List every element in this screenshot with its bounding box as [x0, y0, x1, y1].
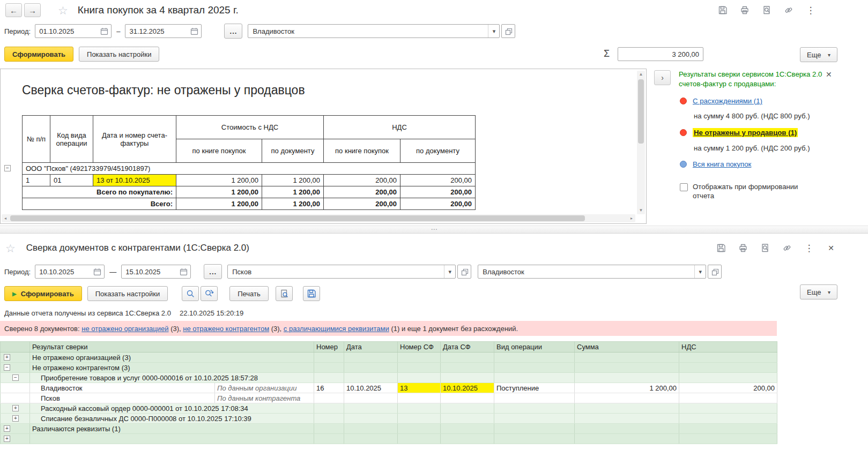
chevron-down-icon[interactable]: ▾	[694, 265, 706, 278]
different-requisites-link[interactable]: с различающимися реквизитами	[284, 325, 389, 333]
scroll-right-icon[interactable]: ▸	[628, 214, 635, 222]
vertical-scrollbar[interactable]: ▲ ▼	[637, 71, 645, 214]
expand-icon[interactable]: +	[12, 415, 19, 422]
table-header-row: Результат сверки Номер Дата Номер СФ Дат…	[1, 342, 777, 352]
save-icon[interactable]	[717, 4, 729, 17]
collapse-icon[interactable]: −	[12, 374, 19, 381]
not-reflected-link[interactable]: Не отражены у продавцов (1)	[693, 128, 798, 137]
col-num: № п/п	[23, 116, 50, 163]
bottom-toolbar-icons: ⋮ ✕	[715, 238, 837, 258]
open-item-icon[interactable]	[457, 265, 471, 279]
table-row[interactable]: 1 01 13 от 10.10.2025 1 200,00 1 200,00 …	[23, 175, 476, 186]
verify-item-whole-book: Вся книга покупок	[680, 160, 833, 168]
link-icon[interactable]	[783, 4, 795, 17]
open-item-icon[interactable]	[501, 24, 515, 38]
whole-book-link[interactable]: Вся книга покупок	[693, 160, 751, 168]
horizontal-scrollbar[interactable]: ◂ ▸	[2, 214, 635, 222]
group-row-not-reflected-org[interactable]: + Не отражено организацией (3)	[1, 352, 777, 363]
save-icon[interactable]	[715, 242, 727, 254]
col-operation: Вид операции	[494, 342, 575, 352]
period-options-button[interactable]: ...	[204, 264, 222, 279]
organization-combo[interactable]: Владивосток ▾	[248, 24, 500, 38]
period-to-input[interactable]: 31.12.2025	[125, 24, 202, 38]
calendar-icon[interactable]	[177, 265, 190, 278]
data-row-organization[interactable]: Владивосток По данным организации 16 10.…	[1, 383, 777, 393]
favorite-star-icon[interactable]: ☆	[58, 5, 68, 16]
document-row-purchase[interactable]: − Приобретение товаров и услуг 0000-0000…	[1, 373, 777, 383]
print-icon[interactable]	[737, 242, 749, 254]
collapse-group-icon[interactable]: −	[4, 165, 11, 171]
period-options-button[interactable]: ...	[224, 24, 242, 39]
organization-combo[interactable]: Владивосток ▾	[478, 265, 706, 279]
page-title: Книга покупок за 4 квартал 2025 г.	[78, 4, 239, 16]
report-heading: Сверка счетов-фактур: не отражены у прод…	[22, 83, 305, 98]
search-button[interactable]	[182, 286, 199, 301]
forward-button[interactable]: →	[24, 3, 41, 17]
search-next-button[interactable]	[201, 286, 218, 301]
chevron-down-icon[interactable]: ▾	[444, 265, 455, 278]
period-to-input[interactable]: 15.10.2025	[121, 265, 191, 279]
counterparty-combo[interactable]: Псков ▾	[227, 265, 456, 279]
print-button[interactable]: Печать	[229, 286, 269, 301]
chevron-down-icon[interactable]: ▾	[488, 25, 499, 38]
expand-icon[interactable]: +	[12, 405, 19, 411]
show-settings-button[interactable]: Показать настройки	[87, 286, 168, 301]
scrollbar-thumb[interactable]	[638, 79, 644, 144]
document-row-cash-order[interactable]: + Расходный кассовый ордер 0000-000001 о…	[1, 403, 777, 414]
calendar-icon[interactable]	[91, 265, 104, 278]
not-reflected-cp-link[interactable]: не отражено контрагентом	[183, 325, 269, 333]
document-verification-panel: ☆ Сверка документов с контрагентами (1С:…	[0, 234, 868, 450]
close-icon[interactable]: ✕	[825, 242, 837, 254]
more-button[interactable]: Еще▾	[800, 284, 837, 299]
expand-icon[interactable]: +	[4, 436, 10, 442]
sigma-icon: Σ	[604, 48, 610, 59]
col-number: Номер	[314, 342, 344, 352]
scrollbar-thumb[interactable]	[10, 215, 585, 221]
calendar-icon[interactable]	[98, 25, 111, 38]
open-item-icon[interactable]	[708, 265, 722, 279]
more-menu-icon[interactable]: ⋮	[803, 242, 815, 254]
expand-icon[interactable]: +	[4, 425, 10, 432]
total-buyer-row: Всего по покупателю: 1 200,00 1 200,00 2…	[23, 186, 476, 198]
period-from-input[interactable]: 01.10.2025	[35, 24, 112, 38]
favorite-star-icon[interactable]: ☆	[5, 243, 16, 254]
group-row-not-reflected-cp[interactable]: − Не отражено контрагентом (3)	[1, 363, 777, 373]
discrepancies-link[interactable]: С расхождениями (1)	[693, 97, 762, 105]
find-icon[interactable]	[761, 4, 773, 17]
period-label: Период:	[4, 268, 31, 276]
show-on-generate-checkbox[interactable]	[680, 183, 688, 191]
more-button[interactable]: Еще▾	[800, 47, 837, 62]
link-icon[interactable]	[781, 242, 793, 254]
document-row-writeoff[interactable]: + Списание безналичных ДС 0000-П000008 о…	[1, 414, 777, 424]
grand-total-row: Всего: 1 200,00 1 200,00 200,00 200,00	[23, 198, 476, 210]
collapse-icon[interactable]: −	[4, 364, 10, 371]
show-settings-button[interactable]: Показать настройки	[79, 47, 159, 62]
find-icon[interactable]	[759, 242, 771, 254]
scroll-left-icon[interactable]: ◂	[2, 214, 9, 222]
back-button[interactable]: ←	[5, 3, 22, 17]
more-menu-icon[interactable]: ⋮	[805, 4, 817, 17]
generate-report-button[interactable]: Сформировать	[4, 47, 73, 62]
verification-summary-banner: Сверено 8 документов: не отражено органи…	[0, 321, 777, 336]
col-vat: НДС	[324, 116, 476, 139]
data-row-counterparty[interactable]: Псков По данным контрагента	[1, 393, 777, 403]
group-row[interactable]: ООО "Псков" (4921733979/451901897)	[23, 163, 476, 175]
col-op-code: Код вида операции	[50, 116, 93, 163]
panel-splitter[interactable]: ⋯	[0, 226, 868, 234]
calendar-icon[interactable]	[188, 25, 201, 38]
scroll-down-icon[interactable]: ▼	[637, 207, 645, 214]
scroll-up-icon[interactable]: ▲	[637, 71, 645, 78]
period-from-input[interactable]: 10.10.2025	[35, 265, 105, 279]
sidebar-expander-button[interactable]: ›	[654, 70, 671, 85]
highlighted-invoice-date-cell: 10.10.2025	[441, 383, 494, 393]
group-row-partial[interactable]: +	[1, 434, 777, 444]
expand-icon[interactable]: +	[4, 354, 10, 361]
save-result-button[interactable]	[303, 286, 320, 301]
col-cost-book: по книге покупок	[176, 139, 262, 163]
sum-field[interactable]: 3 200,00	[618, 47, 703, 61]
generate-report-button[interactable]: ▶ Сформировать	[4, 286, 82, 301]
not-reflected-org-link[interactable]: не отражено организацией	[81, 325, 168, 333]
print-preview-button[interactable]	[276, 286, 293, 301]
print-icon[interactable]	[739, 4, 751, 17]
group-row-different-requisites[interactable]: + Различаются реквизиты (1)	[1, 424, 777, 434]
